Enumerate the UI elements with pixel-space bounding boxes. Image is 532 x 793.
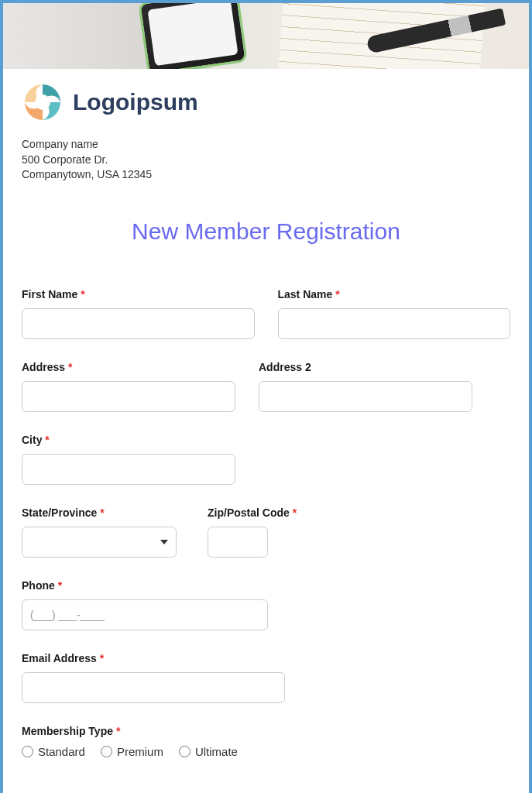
required-asterisk: * [116, 725, 120, 737]
required-asterisk: * [58, 579, 62, 592]
company-street: 500 Corporate Dr. [22, 153, 510, 168]
membership-option-ultimate[interactable]: Ultimate [179, 745, 238, 758]
membership-label: Membership Type * [22, 725, 510, 737]
email-input[interactable] [22, 672, 285, 703]
required-asterisk: * [68, 361, 72, 373]
company-citystate: Companytown, USA 12345 [22, 167, 510, 183]
membership-option-standard[interactable]: Standard [22, 745, 85, 758]
company-info: Company name 500 Corporate Dr. Companyto… [22, 137, 510, 183]
state-label: State/Province * [22, 506, 177, 519]
email-label: Email Address * [22, 652, 510, 664]
logo-text: Logoipsum [73, 89, 198, 115]
zip-label: Zip/Postal Code * [208, 506, 362, 519]
last-name-label: Last Name * [278, 288, 511, 300]
membership-option-premium[interactable]: Premium [101, 745, 163, 758]
required-asterisk: * [100, 506, 104, 519]
hero-banner [3, 3, 529, 69]
company-name: Company name [22, 137, 510, 153]
logo-block: Logoipsum [22, 81, 510, 123]
phone-input[interactable] [22, 599, 268, 630]
form-title: New Member Registration [22, 218, 510, 245]
phone-label: Phone * [22, 579, 510, 592]
address2-input[interactable] [259, 381, 472, 412]
address-input[interactable] [22, 381, 235, 412]
state-select[interactable] [22, 527, 177, 558]
zip-input[interactable] [208, 527, 268, 558]
address-label: Address * [22, 361, 235, 373]
address2-label: Address 2 [259, 361, 472, 373]
membership-radio-premium[interactable] [101, 746, 112, 757]
required-asterisk: * [293, 506, 297, 519]
required-asterisk: * [335, 288, 339, 300]
first-name-input[interactable] [22, 308, 255, 339]
first-name-label: First Name * [22, 288, 255, 300]
required-asterisk: * [81, 288, 84, 300]
city-label: City * [22, 434, 235, 446]
membership-options: Standard Premium Ultimate [22, 745, 510, 758]
city-input[interactable] [22, 454, 235, 485]
logo-icon [22, 81, 63, 123]
svg-point-0 [35, 94, 50, 110]
membership-radio-ultimate[interactable] [179, 746, 190, 757]
required-asterisk: * [45, 434, 49, 446]
hero-phone-decor [138, 3, 248, 69]
membership-radio-standard[interactable] [22, 746, 33, 757]
required-asterisk: * [100, 652, 104, 664]
last-name-input[interactable] [278, 308, 511, 339]
